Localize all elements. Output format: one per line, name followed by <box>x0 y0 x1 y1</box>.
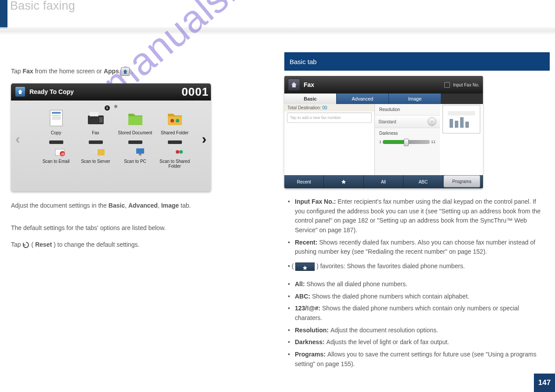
settings-column: Resolution Standard› Darkness 1 11 <box>375 104 440 175</box>
label: Scan to PC <box>124 159 146 164</box>
fax-number-input[interactable]: Tap to add a new fax number <box>287 112 372 123</box>
label: Scan to Email <box>43 159 70 164</box>
app-grid: Copy Fax Stored Document Shared Folder @… <box>37 108 185 169</box>
svg-rect-6 <box>90 112 98 116</box>
darkness-slider[interactable]: 1 11 <box>375 138 440 145</box>
svg-rect-1 <box>52 112 61 114</box>
header-shadow <box>0 27 555 35</box>
b: Input Fax No.: <box>295 198 337 205</box>
t: Shows the dialed phone numbers which con… <box>312 293 469 300</box>
app-scan-pc[interactable]: Scan to PC <box>116 136 154 169</box>
app-fax[interactable]: Fax <box>77 108 114 135</box>
list-item: Programs: Allows you to save the current… <box>295 349 544 370</box>
label: Scan to Server <box>81 159 110 164</box>
bullet-list-2: All: Shows the all dialed phone numbers.… <box>284 278 544 370</box>
t: Advanced <box>128 202 158 209</box>
list-item: Resolution: Adjust the document resoluti… <box>295 324 544 337</box>
t: Standard <box>378 119 396 124</box>
placeholder: Tap to add a new fax number <box>290 115 341 120</box>
keypad-icon <box>444 82 450 88</box>
input-fax-label[interactable]: Input Fax No. <box>444 82 479 88</box>
b: Darkness: <box>295 338 326 345</box>
label: Shared Folder <box>161 130 189 135</box>
list-item: All: Shows the all dialed phone numbers. <box>295 278 544 291</box>
preview-thumbnail[interactable] <box>443 105 480 133</box>
adjust-text: Adjust the document settings in the Basi… <box>11 201 273 211</box>
below-text: The default settings for the tabs' optio… <box>11 223 273 233</box>
app-scan-shared[interactable]: Scan to Shared Folder <box>156 136 193 169</box>
home-icon[interactable] <box>15 87 25 97</box>
total-dest: Total Destination: 00 <box>284 104 374 111</box>
svg-rect-7 <box>99 117 103 122</box>
copy-count: 0001 <box>181 85 209 99</box>
svg-rect-17 <box>98 149 105 155</box>
svg-rect-20 <box>139 154 141 155</box>
svg-rect-12 <box>49 140 63 144</box>
svg-rect-3 <box>52 117 61 118</box>
svg-point-22 <box>176 150 179 154</box>
resolution-select[interactable]: Standard› <box>375 115 440 128</box>
dest-count: 00 <box>323 105 327 110</box>
svg-rect-9 <box>168 116 182 125</box>
tab-basic[interactable]: Basic <box>284 94 337 104</box>
t: Adjust the document settings in the <box>11 202 109 209</box>
app-scan-server[interactable]: Scan to Server <box>77 136 114 169</box>
home-icon[interactable] <box>288 79 300 91</box>
ss1-title: Ready To Copy <box>29 88 74 95</box>
svg-rect-24 <box>448 111 475 115</box>
svg-point-23 <box>179 150 183 154</box>
label: Copy <box>51 130 61 135</box>
t: ) favorites: Shows the favorites dialed … <box>316 263 465 270</box>
t: Tap <box>11 241 22 248</box>
b: All: <box>295 281 306 288</box>
app-stored-document[interactable]: Stored Document <box>116 108 154 135</box>
app-copy[interactable]: Copy <box>37 108 75 135</box>
arrow-right-icon[interactable]: › <box>202 131 207 147</box>
fax-word: Fax <box>22 68 33 75</box>
label: Fax <box>92 130 99 135</box>
star-button-inline <box>295 263 315 271</box>
programs-button[interactable]: Programs <box>443 175 480 187</box>
t: Shows the all dialed phone numbers. <box>306 281 407 288</box>
star-icon <box>341 179 346 184</box>
svg-rect-28 <box>465 122 469 128</box>
darkness-label: Darkness <box>375 128 440 138</box>
dest-column: Total Destination: 00 Tap to add a new f… <box>284 104 375 175</box>
abc-button[interactable]: ABC <box>403 175 443 188</box>
apps-word: Apps <box>104 68 119 75</box>
favorites-button[interactable] <box>324 175 363 188</box>
svg-text:@: @ <box>61 152 65 156</box>
b: Resolution: <box>295 327 330 334</box>
resolution-label: Resolution <box>375 104 440 115</box>
right-column: Basic tab Fax Input Fax No. Basic Advanc… <box>284 52 544 370</box>
list-item: Recent: Shows recently dialed fax number… <box>295 237 544 258</box>
list-item: ABC: Shows the dialed phone numbers whic… <box>295 291 544 303</box>
slider-track[interactable] <box>383 140 430 144</box>
fax-title: Fax <box>304 81 314 88</box>
t: Basic tab <box>290 58 317 65</box>
svg-rect-18 <box>128 140 142 144</box>
t: ) to change the default settings. <box>54 241 139 248</box>
app-shared-folder[interactable]: Shared Folder <box>156 108 193 135</box>
svg-rect-8 <box>128 116 142 125</box>
app-scan-email[interactable]: @Scan to Email <box>37 136 75 169</box>
b: Programs: <box>295 351 327 358</box>
tab-advanced[interactable]: Advanced <box>337 94 389 104</box>
recent-button[interactable]: Recent <box>284 175 324 188</box>
star-icon <box>302 265 308 270</box>
bullet-list: Input Fax No.: Enter recipient's fax num… <box>284 196 544 258</box>
svg-rect-25 <box>450 119 453 128</box>
svg-rect-4 <box>52 119 61 119</box>
t: Shows recently dialed fax numbers. Also … <box>295 239 535 255</box>
tab-image[interactable]: Image <box>389 94 441 104</box>
all-button[interactable]: All <box>364 175 403 188</box>
t: Basic <box>109 202 125 209</box>
min: 1 <box>379 140 381 144</box>
ss2-header: Fax Input Fax No. <box>284 76 483 94</box>
arrow-left-icon[interactable]: ‹ <box>15 131 20 147</box>
max: 11 <box>431 140 435 144</box>
t: ( <box>31 241 33 248</box>
t: Reset <box>35 241 52 248</box>
slider-thumb[interactable] <box>404 139 409 146</box>
t: Image <box>161 202 179 209</box>
